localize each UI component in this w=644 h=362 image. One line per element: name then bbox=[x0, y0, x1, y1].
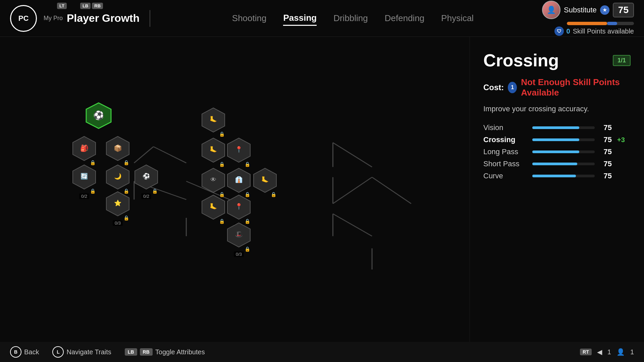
skill-tree-area: ⚽ 🎒 🔒 📦 🔒 🔄 🔒 0/2 bbox=[0, 37, 470, 342]
svg-text:⭐: ⭐ bbox=[114, 199, 122, 207]
stat-value-curve: 75 bbox=[600, 172, 612, 180]
stat-bonus-crossing: +3 bbox=[617, 136, 631, 144]
stat-row-shortpass: Short Pass 75 bbox=[483, 160, 631, 168]
stat-label-longpass: Long Pass bbox=[483, 147, 527, 156]
xp-bar bbox=[567, 22, 634, 25]
node-r3[interactable]: 📍 🔒 bbox=[227, 137, 251, 166]
svg-line-12 bbox=[333, 214, 372, 236]
cost-badge: 1 bbox=[508, 82, 517, 93]
stat-value-longpass: 75 bbox=[600, 147, 612, 156]
navigate-label: Navigate Traits bbox=[66, 348, 111, 356]
svg-text:🎩: 🎩 bbox=[235, 231, 243, 238]
xp-bar-blue bbox=[607, 22, 617, 25]
nav-tabs: Shooting Passing Dribbling Defending Phy… bbox=[164, 11, 542, 26]
stat-fill-crossing bbox=[532, 138, 579, 141]
node-n5[interactable]: ⚽ 🔒 0/2 bbox=[134, 164, 158, 193]
skill-title-row: Crossing 1/1 bbox=[483, 50, 631, 70]
node-r9[interactable]: 🎩 🔒 0/3 bbox=[227, 222, 251, 251]
svg-text:📍: 📍 bbox=[235, 146, 243, 153]
svg-text:⚽: ⚽ bbox=[143, 173, 150, 180]
rb-button[interactable]: RB bbox=[140, 348, 153, 356]
arrow-left-icon: ◀ bbox=[597, 348, 602, 356]
cost-label: Cost: bbox=[483, 83, 504, 92]
node-n1[interactable]: 🎒 🔒 bbox=[72, 136, 96, 165]
svg-text:👔: 👔 bbox=[235, 176, 243, 183]
stat-bar-shortpass bbox=[532, 163, 595, 165]
rt-badge: RT bbox=[580, 349, 592, 355]
avatar: 👤 bbox=[542, 1, 560, 19]
main-content: ⚽ 🎒 🔒 📦 🔒 🔄 🔒 0/2 bbox=[0, 37, 644, 342]
count1: 1 bbox=[607, 348, 611, 356]
tab-defending[interactable]: Defending bbox=[385, 11, 425, 25]
toggle-label: Toggle Attributes bbox=[155, 348, 205, 356]
xp-bar-orange bbox=[567, 22, 607, 25]
node-n3[interactable]: 🔄 🔒 0/2 bbox=[72, 164, 96, 193]
right-panel: Crossing 1/1 Cost: 1 Not Enough Skill Po… bbox=[470, 37, 644, 342]
svg-text:⚽: ⚽ bbox=[93, 110, 104, 121]
node-r4[interactable]: 👁 🔒 bbox=[201, 168, 225, 196]
my-pro-label: My Pro bbox=[44, 15, 63, 22]
svg-text:🦶: 🦶 bbox=[261, 176, 269, 183]
svg-text:👁: 👁 bbox=[210, 176, 216, 183]
stat-label-crossing: Crossing bbox=[483, 135, 527, 144]
svg-text:📍: 📍 bbox=[235, 203, 243, 210]
node-r7[interactable]: 🦶 🔒 bbox=[201, 194, 225, 223]
svg-line-10 bbox=[372, 177, 411, 204]
node-n2[interactable]: 📦 🔒 bbox=[106, 136, 130, 165]
star-icon: ★ bbox=[600, 5, 609, 15]
node-r6[interactable]: 🦶 🔒 bbox=[253, 168, 277, 196]
tab-passing[interactable]: Passing bbox=[283, 11, 317, 26]
node-root[interactable]: ⚽ bbox=[86, 102, 112, 133]
node-n6[interactable]: ⭐ 🔒 0/3 bbox=[106, 191, 130, 220]
stat-fill-vision bbox=[532, 126, 579, 129]
b-button[interactable]: B bbox=[10, 346, 21, 358]
not-enough-text: Not Enough Skill Points Available bbox=[521, 77, 631, 98]
stats-list: Vision 75 Crossing 75 +3 Long Pass bbox=[483, 123, 631, 184]
stat-row-crossing: Crossing 75 +3 bbox=[483, 135, 631, 144]
node-r2[interactable]: 🦶 🔒 bbox=[201, 137, 225, 166]
sp-icon: 🛡 bbox=[554, 26, 564, 36]
svg-line-1 bbox=[153, 147, 186, 163]
stat-bar-crossing bbox=[532, 138, 595, 141]
stat-bar-longpass bbox=[532, 150, 595, 153]
node-n4[interactable]: 🌙 🔒 0/2 bbox=[106, 164, 130, 193]
tab-dribbling[interactable]: Dribbling bbox=[333, 11, 368, 25]
svg-line-0 bbox=[134, 147, 154, 163]
stat-row-longpass: Long Pass 75 bbox=[483, 147, 631, 156]
tab-physical[interactable]: Physical bbox=[441, 11, 474, 25]
person-icon: 👤 bbox=[616, 348, 625, 356]
svg-line-7 bbox=[333, 142, 372, 167]
tab-shooting[interactable]: Shooting bbox=[232, 11, 267, 25]
stat-row-vision: Vision 75 bbox=[483, 123, 631, 132]
footer-right: RT ◀ 1 👤 1 bbox=[580, 348, 634, 356]
l-button[interactable]: L bbox=[52, 346, 64, 358]
stat-value-vision: 75 bbox=[600, 123, 612, 132]
svg-text:🦶: 🦶 bbox=[210, 116, 217, 123]
skill-title: Crossing bbox=[483, 50, 559, 70]
node-r8[interactable]: 📍 🔒 0/2 bbox=[227, 194, 251, 223]
svg-text:🔄: 🔄 bbox=[80, 173, 88, 180]
stat-label-shortpass: Short Pass bbox=[483, 160, 527, 168]
svg-text:📦: 📦 bbox=[114, 144, 122, 152]
footer: B Back L Navigate Traits LB RB Toggle At… bbox=[0, 342, 644, 362]
svg-line-9 bbox=[333, 177, 372, 204]
lt-hint: LT bbox=[57, 3, 67, 9]
stat-bar-curve bbox=[532, 175, 595, 177]
skill-description: Improve your crossing accuracy. bbox=[483, 105, 631, 113]
controller-hints-top: LT LB RB bbox=[57, 3, 103, 9]
player-growth-label: Player Growth bbox=[67, 12, 140, 24]
back-label: Back bbox=[24, 348, 39, 356]
rating-badge: 75 bbox=[613, 3, 634, 17]
stat-fill-longpass bbox=[532, 150, 579, 153]
substitute-row: 👤 Substitute ★ 75 bbox=[542, 1, 634, 19]
node-r5[interactable]: 👔 🔒 bbox=[227, 168, 251, 196]
stat-value-shortpass: 75 bbox=[600, 160, 612, 168]
stat-value-crossing: 75 bbox=[600, 135, 612, 144]
svg-text:🌙: 🌙 bbox=[114, 173, 122, 180]
cost-row: Cost: 1 Not Enough Skill Points Availabl… bbox=[483, 77, 631, 98]
skill-points-value: 0 bbox=[567, 27, 570, 35]
node-r1[interactable]: 🦶 🔒 bbox=[201, 107, 225, 136]
lb-button[interactable]: LB bbox=[125, 348, 137, 356]
back-hint: B Back bbox=[10, 346, 39, 358]
stat-label-curve: Curve bbox=[483, 172, 527, 180]
